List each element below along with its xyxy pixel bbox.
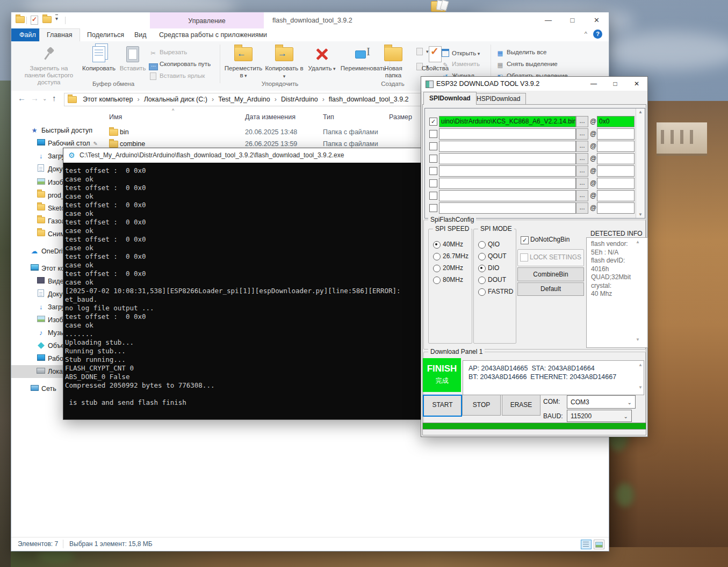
minimize-button[interactable]: —	[583, 77, 604, 91]
donotchgbin-checkbox[interactable]: ✓	[521, 236, 529, 244]
row-checkbox[interactable]	[429, 130, 437, 138]
close-button[interactable]: ✕	[585, 12, 609, 28]
offset-input[interactable]: 0x0	[597, 116, 635, 127]
select-all-button[interactable]: ▦Выделить все	[496, 49, 546, 57]
up-button[interactable]: ↑	[52, 93, 56, 103]
cut-button[interactable]: ✂Вырезать	[149, 49, 187, 57]
row-checkbox[interactable]	[429, 142, 437, 150]
radio-dout[interactable]	[478, 277, 486, 284]
com-port-select[interactable]: COM3⌄	[567, 395, 636, 409]
scrollbar[interactable]: ▲ ▼	[636, 108, 645, 218]
new-folder-quick-icon[interactable]	[42, 16, 52, 25]
offset-input[interactable]	[597, 190, 635, 201]
column-header-size[interactable]: Размер	[389, 113, 412, 121]
row-checkbox[interactable]	[429, 155, 437, 163]
browse-button[interactable]: ...	[576, 153, 588, 164]
offset-input[interactable]	[597, 202, 635, 214]
copy-button[interactable]: Копировать	[81, 45, 117, 72]
erase-button[interactable]: ERASE	[502, 395, 540, 416]
row-checkbox[interactable]	[429, 179, 437, 187]
offset-input[interactable]	[597, 165, 635, 177]
breadcrumb-this-pc[interactable]: Этот компьютер	[81, 96, 142, 103]
maximize-button[interactable]: □	[560, 12, 585, 28]
radio-40mhz[interactable]	[433, 241, 441, 249]
baud-rate-select[interactable]: 115200⌄	[567, 410, 632, 422]
row-checkbox[interactable]	[429, 192, 437, 200]
copy-to-button[interactable]: → Копировать в	[264, 45, 305, 80]
browse-button[interactable]: ...	[576, 202, 588, 214]
recent-locations-icon[interactable]: ⌄	[42, 96, 47, 101]
forward-button[interactable]: →	[31, 93, 39, 103]
column-header-type[interactable]: Тип	[323, 113, 334, 121]
firmware-path-input[interactable]	[439, 128, 576, 140]
scroll-down-icon[interactable]: ▼	[636, 337, 640, 342]
new-folder-button[interactable]: Новая папка	[376, 45, 411, 79]
breadcrumb-test-my-arduino[interactable]: Test_My_Arduino	[216, 96, 279, 103]
offset-input[interactable]	[597, 153, 635, 164]
stop-button[interactable]: STOP	[462, 395, 501, 416]
row-checkbox[interactable]	[429, 167, 437, 175]
firmware-path-input[interactable]	[439, 190, 576, 201]
radio-dio[interactable]	[478, 265, 486, 272]
edit-button[interactable]: ✎Изменить	[441, 61, 480, 69]
qat-customize-icon[interactable]: ▾	[55, 14, 58, 23]
browse-button[interactable]: ...	[576, 178, 588, 189]
firmware-path-input[interactable]	[439, 141, 576, 152]
radio-20mhz[interactable]	[433, 265, 441, 272]
radio-fastrd[interactable]	[478, 288, 486, 296]
column-header-date[interactable]: Дата изменения	[245, 113, 295, 121]
tab-app-tools[interactable]: Средства работы с приложениями	[152, 28, 274, 41]
help-icon[interactable]: ?	[593, 30, 602, 39]
radio-26mhz[interactable]	[433, 253, 441, 260]
offset-input[interactable]	[597, 128, 635, 140]
tab-share[interactable]: Поделиться	[80, 28, 131, 41]
offset-input[interactable]	[597, 141, 635, 152]
ribbon-collapse-icon[interactable]: ^	[585, 31, 587, 37]
browse-button[interactable]: ...	[576, 165, 588, 177]
browse-button[interactable]: ...	[576, 128, 588, 140]
radio-qout[interactable]	[478, 253, 486, 260]
select-none-button[interactable]: ▦Снять выделение	[496, 61, 558, 69]
radio-qio[interactable]	[478, 241, 486, 249]
offset-input[interactable]	[597, 178, 635, 189]
firmware-path-input[interactable]	[439, 165, 576, 177]
console-output[interactable]: test offset : 0 0x0 case ok test offset …	[63, 163, 422, 419]
breadcrumb-local-disk[interactable]: Локальный диск (C:)	[142, 96, 216, 103]
tab-hspidownload[interactable]: HSPIDownload	[471, 93, 526, 104]
open-button[interactable]: Открыть	[441, 49, 480, 57]
delete-button[interactable]: Удалить	[306, 45, 338, 72]
row-checkbox[interactable]: ✓	[429, 118, 437, 126]
desktop-folder-icon[interactable]	[431, 1, 446, 12]
copy-path-button[interactable]: ⋯Скопировать путь	[149, 61, 211, 70]
firmware-path-input[interactable]: uino\DistrArduino\KCS_KC868_A6_V2.2.14.b…	[439, 116, 576, 127]
breadcrumb-distrarduino[interactable]: DistrArduino	[279, 96, 327, 103]
start-button[interactable]: START	[423, 395, 462, 417]
properties-quick-icon[interactable]: ✓	[31, 16, 38, 26]
firmware-path-input[interactable]	[439, 153, 576, 164]
breadcrumb-flash-tool[interactable]: flash_download_tool_3.9.2	[327, 96, 415, 103]
default-button[interactable]: Default	[517, 282, 584, 296]
combinebin-button[interactable]: CombineBin	[517, 267, 584, 281]
paste-shortcut-button[interactable]: Вставить ярлык	[149, 72, 205, 80]
scroll-up-icon[interactable]: ▲	[636, 239, 640, 244]
row-checkbox[interactable]	[429, 204, 437, 212]
back-button[interactable]: ←	[18, 93, 26, 103]
console-titlebar[interactable]: ⚙ C:\Test_My_Arduino\DistrArduino\flash_…	[63, 148, 422, 163]
paste-button[interactable]: Вставить	[118, 45, 148, 72]
tab-view[interactable]: Вид	[127, 28, 154, 41]
scroll-up-icon[interactable]: ▲	[636, 110, 645, 114]
scroll-up-icon[interactable]: ▲	[638, 362, 643, 367]
detected-info-box[interactable]: flash vendor: 5Eh : N/A flash devID: 401…	[586, 237, 648, 348]
explorer-titlebar[interactable]: ✓ ▾ Управление flash_download_tool_3.9.2…	[11, 12, 609, 28]
pin-to-quick-access-button[interactable]: Закрепить на панели быстрого доступа	[19, 45, 79, 86]
scroll-down-icon[interactable]: ▼	[638, 385, 643, 390]
tab-spidownload[interactable]: SPIDownload	[423, 92, 477, 105]
browse-button[interactable]: ...	[576, 190, 588, 201]
details-view-button[interactable]	[581, 540, 592, 549]
tab-home[interactable]: Главная	[39, 28, 80, 42]
mac-address-box[interactable]: AP: 2043A8D14665 STA: 2043A8D14664 BT: 2…	[463, 360, 644, 395]
manage-ribbon-tab[interactable]: Управление	[150, 12, 264, 28]
minimize-button[interactable]: —	[536, 12, 560, 28]
column-header-name[interactable]: Имя	[109, 113, 122, 121]
lock-settings-checkbox[interactable]	[520, 253, 528, 261]
